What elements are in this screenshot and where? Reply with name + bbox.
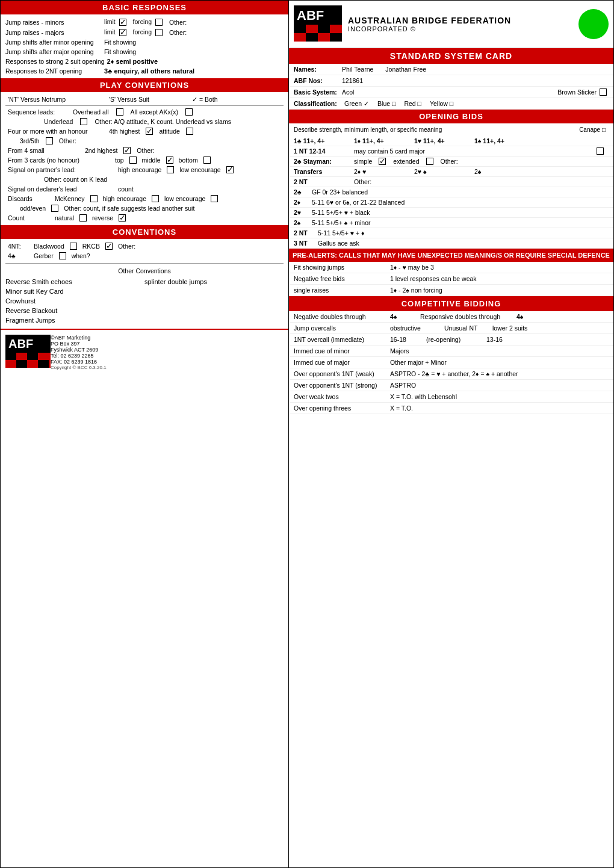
brown-sticker-checkbox[interactable] [600, 88, 607, 96]
second-highest-checkbox[interactable] [123, 147, 131, 154]
pre-alert-neg-free-label: Negative free bids [294, 275, 390, 282]
one-level-bids-row: 1♣ 11+, 4+ 1♦ 11+, 4+ 1♥ 11+, 4+ 1♠ 11+,… [289, 136, 613, 146]
four-nt-label: 4NT: [8, 243, 29, 250]
high-enc2-label: high encourage [103, 195, 146, 202]
rkcb-checkbox[interactable] [105, 243, 113, 250]
nt-label: 'NT' Versus Notrump [8, 96, 104, 103]
top-label: top [115, 157, 124, 164]
over-1nt-weak-row: Over opponent's 1NT (weak) ASPTRO - 2♣ =… [289, 368, 613, 380]
reverse-checkbox[interactable] [119, 214, 126, 222]
underlead-checkbox[interactable] [80, 118, 87, 125]
low-encourage-checkbox[interactable] [226, 166, 234, 173]
responsive-value: 4♠ [516, 313, 523, 320]
pre-alert-neg-free: Negative free bids 1 level responses can… [289, 273, 613, 285]
jump-shifts-major-label: Jump shifts after major opening [5, 48, 102, 55]
discards-row: Discards McKenney high encourage low enc… [5, 194, 284, 203]
middle-checkbox[interactable] [166, 157, 173, 164]
both-label: ✓ = Both [192, 96, 218, 103]
overhead-checkbox[interactable] [116, 108, 123, 116]
underlead-row: Underlead Other: A/Q attitude, K count. … [5, 117, 284, 126]
unusual-nt-value: lower 2 suits [492, 324, 527, 332]
strong2-row: Responses to strong 2 suit opening 2♦ se… [5, 57, 284, 66]
two-club-gf-row: 2♣ GF 0r 23+ balanced [289, 187, 613, 197]
limit-checkbox-majors[interactable]: limit [104, 28, 128, 36]
svg-rect-19 [306, 33, 318, 42]
nt-vs-notrump-row: 'NT' Versus Notrump 'S' Versus Suit ✓ = … [5, 95, 284, 104]
underlead-label: Underlead [44, 118, 73, 125]
blackwood-checkbox[interactable] [70, 243, 77, 250]
discards-label: Discards [8, 195, 50, 202]
attitude-checkbox[interactable] [186, 128, 193, 135]
signal-declarer-label: Signal on declarer's lead [8, 185, 113, 193]
svg-rect-7 [5, 360, 16, 368]
gerber-checkbox[interactable] [59, 252, 66, 259]
conv-item-9: Fragment Jumps [5, 315, 144, 325]
one-nt-bid: 1 NT 12-14 [294, 147, 354, 155]
forcing-checkbox-majors[interactable]: forcing [133, 28, 164, 36]
two-nt-row: 2 NT Other: [289, 177, 613, 187]
extended-checkbox[interactable] [426, 158, 433, 165]
org-info: AUSTRALIAN BRIDGE FEDERATION INCORPORATE… [348, 16, 511, 33]
bottom-checkbox[interactable] [203, 157, 211, 164]
signal-partner-label: Signal on partner's lead: [8, 166, 113, 173]
two-heart-desc: 5-11 5+/5+ ♥ + black [312, 209, 370, 216]
four-or-more-row: Four or more with an honour 4th highest … [5, 126, 284, 136]
two-nt-alt-desc: 5-11 5+/5+ ♥ + ♦ [318, 229, 364, 237]
basic-responses-header: BASIC RESPONSES [1, 1, 288, 14]
green-label: Green ✓ [344, 100, 369, 107]
pre-alert-fit-jumps-value: 1♦ - ♥ may be 3 [390, 264, 609, 271]
one-nt-overcall-label: 1NT overcall (immediate) [294, 336, 390, 343]
high-enc2-checkbox[interactable] [152, 195, 159, 202]
one-diamond-bid: 1♦ 11+, 4+ [354, 137, 414, 144]
abf-nos-row: ABF Nos: 121861 [289, 75, 613, 87]
over-weak-twos-value: X = T.O. with Lebensohl [390, 393, 457, 400]
simple-checkbox[interactable] [379, 158, 386, 165]
abf-logo-svg: ABF [294, 5, 342, 42]
natural-checkbox[interactable] [79, 214, 87, 222]
describe-row: Describe strength, minimum length, or sp… [294, 125, 609, 134]
immed-cue-minor-label: Immed cue of minor [294, 347, 390, 355]
mckenney-checkbox[interactable] [90, 195, 98, 202]
all-except-checkbox[interactable] [185, 108, 193, 116]
limit-checkbox-minors[interactable]: limit [104, 18, 128, 26]
convention-items: Reverse Smith echoes splinter double jum… [5, 276, 284, 326]
svg-rect-4 [16, 353, 27, 360]
top-checkbox[interactable] [129, 157, 137, 164]
abf-header: ABF AUSTRALIAN BRIDGE FEDERATION INCORPO… [289, 1, 613, 48]
one-club-bid: 1♣ 11+, 4+ [294, 137, 354, 144]
over-1nt-weak-label: Over opponent's 1NT (weak) [294, 370, 390, 377]
natural-label: natural [55, 214, 74, 222]
svg-rect-16 [318, 25, 330, 33]
forcing-checkbox-minors[interactable]: forcing [133, 18, 164, 26]
sequence-leads-label: Sequence leads: [8, 108, 68, 116]
bottom-label: bottom [179, 157, 198, 164]
five-card-major-checkbox[interactable] [597, 147, 604, 155]
underlead-other: Other: A/Q attitude, K count. Underlead … [95, 118, 231, 125]
footer-tel: Tel: 02 6239 2265 [51, 353, 107, 359]
transfers-row: Transfers 2♦ ♥ 2♥ ♠ 2♠ [289, 167, 613, 177]
svg-rect-6 [38, 353, 49, 360]
three-nt-row: 3 NT Gallus ace ask [289, 238, 613, 249]
fourth-highest-checkbox[interactable] [146, 128, 153, 135]
high-encourage-checkbox[interactable] [167, 166, 174, 173]
one-heart-bid: 1♥ 11+, 4+ [414, 137, 474, 144]
two-diamond-bid: 2♦ [294, 199, 312, 206]
jump-raises-majors-label: Jump raises - majors [5, 29, 102, 36]
low-enc2-checkbox[interactable] [211, 195, 218, 202]
third-fifth-checkbox[interactable] [46, 137, 53, 144]
footer: ABF ©ABF Marketing PO Box 397 Fyshwick A… [1, 329, 288, 375]
neg-doubles-value: 4♠ [390, 313, 420, 320]
over-1nt-strong-label: Over opponent's 1NT (strong) [294, 382, 390, 389]
odd-even-checkbox[interactable] [51, 205, 58, 212]
extended-label: extended [393, 158, 419, 165]
svg-rect-3 [5, 353, 16, 360]
svg-rect-14 [294, 25, 306, 33]
divider1 [5, 105, 284, 106]
over-opening-threes-value: X = T.O. [390, 405, 413, 412]
one-nt-value: 16-18 [390, 336, 426, 343]
other-conv-label: Other: [118, 243, 135, 250]
divider2 [5, 263, 284, 264]
from3-label: From 3 cards (no honour) [8, 157, 110, 164]
conv-item-9-label: Fragment Jumps [5, 317, 55, 324]
immed-cue-major-value: Other major + Minor [390, 359, 447, 366]
